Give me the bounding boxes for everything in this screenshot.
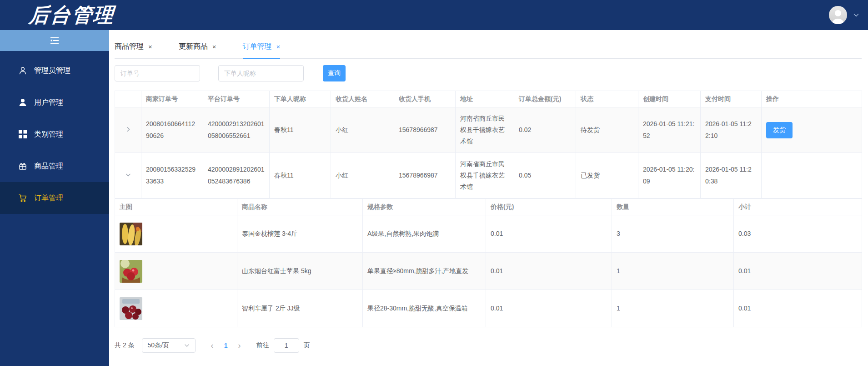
pagination-total: 共 2 条 bbox=[115, 341, 135, 350]
tab-close-icon[interactable]: × bbox=[212, 43, 216, 50]
main-image-cell bbox=[115, 215, 237, 253]
ship-button[interactable]: 发货 bbox=[766, 122, 793, 138]
col-receiver-phone: 收货人手机 bbox=[394, 91, 456, 107]
search-bar: 查询 bbox=[115, 65, 862, 81]
order-items-table: 主图 商品名称 规格参数 价格(元) 数量 小计 泰国金枕榴莲 3-4斤 A级果… bbox=[115, 198, 862, 327]
product-spec: A级果,自然树熟,果肉饱满 bbox=[363, 215, 486, 253]
col-spec: 规格参数 bbox=[363, 199, 486, 215]
product-name: 山东烟台红富士苹果 5kg bbox=[237, 253, 363, 290]
goto-label: 前往 bbox=[256, 341, 269, 350]
tab-close-icon[interactable]: × bbox=[276, 43, 281, 50]
prev-page-button[interactable]: ‹ bbox=[206, 338, 219, 353]
product-gift-icon bbox=[18, 162, 27, 171]
user-filled-icon bbox=[18, 98, 27, 107]
orders-header-row: 商家订单号 平台订单号 下单人昵称 收货人姓名 收货人手机 地址 订单总金额(元… bbox=[115, 91, 862, 107]
collapse-row-button[interactable] bbox=[115, 153, 141, 198]
created-at: 2026-01-05 11:21:52 bbox=[638, 107, 701, 153]
chevron-down-icon bbox=[184, 343, 190, 348]
product-quantity: 3 bbox=[612, 215, 734, 253]
sidebar-item-product-management[interactable]: 商品管理 bbox=[0, 150, 109, 182]
items-header-row: 主图 商品名称 规格参数 价格(元) 数量 小计 bbox=[115, 199, 862, 215]
order-row: 2008016066411290626 42000029132026010580… bbox=[115, 107, 862, 153]
col-expand bbox=[115, 91, 141, 107]
product-spec: 单果直径≥80mm,脆甜多汁,产地直发 bbox=[363, 253, 486, 290]
query-button[interactable]: 查询 bbox=[323, 65, 346, 81]
platform-order-no: 4200002913202601058006552661 bbox=[203, 107, 270, 153]
order-item-row: 山东烟台红富士苹果 5kg 单果直径≥80mm,脆甜多汁,产地直发 0.01 1… bbox=[115, 253, 862, 290]
app-logo: 后台管理 bbox=[28, 2, 115, 29]
actions-cell bbox=[762, 153, 862, 198]
col-address: 地址 bbox=[456, 91, 514, 107]
status: 已发货 bbox=[576, 153, 638, 198]
goto-page-input[interactable] bbox=[274, 338, 299, 353]
receiver-name: 小红 bbox=[331, 107, 394, 153]
col-quantity: 数量 bbox=[612, 199, 734, 215]
sidebar-item-label: 用户管理 bbox=[34, 98, 63, 107]
order-cart-icon bbox=[18, 193, 27, 203]
receiver-phone: 15678966987 bbox=[394, 107, 456, 153]
product-spec: 果径28-30mm,脆甜无酸,真空保温箱 bbox=[363, 290, 486, 327]
orders-table: 商家订单号 平台订单号 下单人昵称 收货人姓名 收货人手机 地址 订单总金额(元… bbox=[115, 91, 862, 198]
col-product-name: 商品名称 bbox=[237, 199, 363, 215]
order-row: 2008015633252933633 42000028912026010524… bbox=[115, 153, 862, 198]
col-receiver-name: 收货人姓名 bbox=[331, 91, 394, 107]
product-price: 0.01 bbox=[486, 215, 612, 253]
sidebar-item-user-management[interactable]: 用户管理 bbox=[0, 86, 109, 118]
tab-label: 商品管理 bbox=[115, 42, 144, 51]
address: 河南省商丘市民权县千禧嫁衣艺术馆 bbox=[456, 107, 514, 153]
buyer-nickname: 春秋11 bbox=[270, 107, 331, 153]
tab-bar: 商品管理 × 更新商品 × 订单管理 × bbox=[115, 42, 862, 59]
total-amount: 0.02 bbox=[514, 107, 576, 153]
page-size-select[interactable]: 50条/页 bbox=[142, 338, 196, 353]
pagination: 共 2 条 50条/页 ‹ 1 › 前往 页 bbox=[115, 338, 862, 353]
user-avatar[interactable] bbox=[829, 6, 847, 24]
app-header: 后台管理 bbox=[0, 0, 868, 30]
sidebar-item-label: 管理员管理 bbox=[34, 66, 70, 76]
apple-thumbnail bbox=[120, 260, 142, 283]
product-price: 0.01 bbox=[486, 253, 612, 290]
sidebar-collapse-button[interactable] bbox=[0, 30, 109, 51]
order-item-row: 智利车厘子 2斤 JJ级 果径28-30mm,脆甜无酸,真空保温箱 0.01 1… bbox=[115, 290, 862, 327]
buyer-nickname: 春秋11 bbox=[270, 153, 331, 198]
product-price: 0.01 bbox=[486, 290, 612, 327]
col-created-at: 创建时间 bbox=[638, 91, 701, 107]
col-subtotal: 小计 bbox=[734, 199, 862, 215]
col-status: 状态 bbox=[576, 91, 638, 107]
status: 待发货 bbox=[576, 107, 638, 153]
main-image-cell bbox=[115, 290, 237, 327]
page-number-1[interactable]: 1 bbox=[219, 338, 233, 353]
col-price: 价格(元) bbox=[486, 199, 612, 215]
product-subtotal: 0.01 bbox=[734, 290, 862, 327]
order-no-input[interactable] bbox=[115, 65, 200, 81]
col-merchant-order-no: 商家订单号 bbox=[141, 91, 203, 107]
expand-row-button[interactable] bbox=[115, 107, 141, 153]
created-at: 2026-01-05 11:20:09 bbox=[638, 153, 701, 198]
col-main-image: 主图 bbox=[115, 199, 237, 215]
cherry-thumbnail bbox=[120, 297, 142, 320]
tab-product-management[interactable]: 商品管理 × bbox=[115, 42, 152, 58]
sidebar-item-order-management[interactable]: 订单管理 bbox=[0, 182, 109, 214]
buyer-nickname-input[interactable] bbox=[218, 65, 304, 81]
sidebar-item-admin-management[interactable]: 管理员管理 bbox=[0, 55, 109, 86]
sidebar-item-category-management[interactable]: 类别管理 bbox=[0, 118, 109, 150]
tab-update-product[interactable]: 更新商品 × bbox=[179, 42, 216, 58]
col-platform-order-no: 平台订单号 bbox=[203, 91, 270, 107]
product-subtotal: 0.01 bbox=[734, 253, 862, 290]
tab-label: 订单管理 bbox=[243, 42, 272, 51]
main-content: 商品管理 × 更新商品 × 订单管理 × 查询 商家订单号 平台订单号 下单人昵… bbox=[109, 30, 868, 366]
product-name: 智利车厘子 2斤 JJ级 bbox=[237, 290, 363, 327]
category-grid-icon bbox=[18, 130, 27, 139]
chevron-down-icon bbox=[125, 172, 131, 178]
paid-at: 2026-01-05 11:22:10 bbox=[701, 107, 762, 153]
tab-order-management[interactable]: 订单管理 × bbox=[243, 42, 281, 58]
next-page-button[interactable]: › bbox=[233, 338, 246, 353]
durian-thumbnail bbox=[120, 223, 142, 245]
page-suffix-label: 页 bbox=[304, 341, 310, 350]
user-menu-caret[interactable] bbox=[853, 11, 860, 19]
tab-close-icon[interactable]: × bbox=[148, 43, 152, 50]
address: 河南省商丘市民权县千禧嫁衣艺术馆 bbox=[456, 153, 514, 198]
paid-at: 2026-01-05 11:20:38 bbox=[701, 153, 762, 198]
product-subtotal: 0.03 bbox=[734, 215, 862, 253]
receiver-name: 小红 bbox=[331, 153, 394, 198]
receiver-phone: 15678966987 bbox=[394, 153, 456, 198]
